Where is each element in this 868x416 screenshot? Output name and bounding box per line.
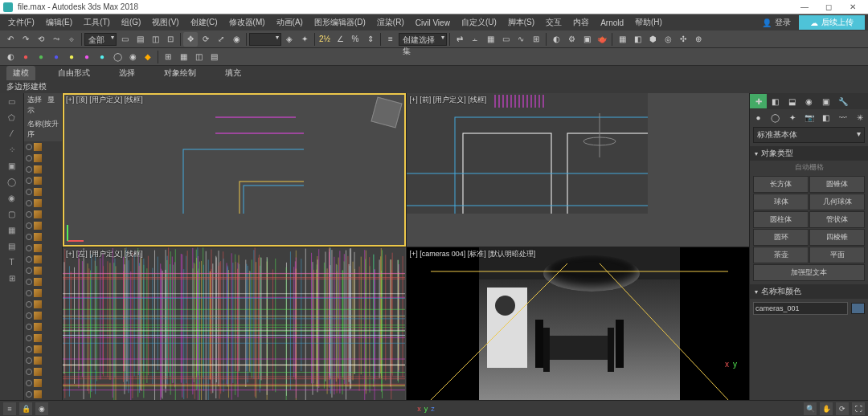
scene-row[interactable] bbox=[24, 186, 62, 198]
viewcube-icon[interactable] bbox=[371, 96, 402, 128]
menu-civilview[interactable]: Civil View bbox=[411, 17, 455, 29]
visibility-icon[interactable] bbox=[26, 369, 32, 375]
scene-row[interactable] bbox=[24, 389, 62, 400]
placement-button[interactable]: ◉ bbox=[229, 32, 244, 47]
mirror-button[interactable]: ⇄ bbox=[452, 32, 467, 47]
misc-tool-1[interactable]: ⬢ bbox=[645, 32, 660, 47]
render-setup-button[interactable]: ⚙ bbox=[564, 32, 579, 47]
scene-row[interactable] bbox=[24, 220, 62, 231]
motion-tab[interactable]: ◉ bbox=[800, 94, 817, 108]
minimize-button[interactable]: — bbox=[792, 1, 817, 14]
autogrid-checkbox[interactable]: 自动栅格 bbox=[750, 161, 868, 174]
visibility-icon[interactable] bbox=[26, 234, 32, 240]
visibility-icon[interactable] bbox=[26, 290, 32, 296]
align-button[interactable]: ⫠ bbox=[468, 32, 482, 47]
lt-select-icon[interactable]: ▭ bbox=[2, 94, 22, 108]
visibility-icon[interactable] bbox=[26, 256, 32, 263]
material-editor-button[interactable]: ◐ bbox=[549, 32, 563, 47]
zoom-button[interactable]: 🔍 bbox=[804, 402, 817, 415]
tb2-10[interactable]: ◆ bbox=[141, 50, 155, 64]
lt-grid-icon[interactable]: ▦ bbox=[2, 222, 22, 237]
viewport-front[interactable]: [+] [前] [用户定义] [线框] bbox=[407, 93, 750, 247]
isolate-button[interactable]: ◉ bbox=[35, 402, 48, 415]
menu-customize[interactable]: 自定义(U) bbox=[457, 15, 502, 30]
tb2-14[interactable]: ▤ bbox=[207, 50, 221, 64]
misc-tool-4[interactable]: ⊕ bbox=[691, 32, 706, 47]
select-button[interactable]: ▭ bbox=[117, 32, 132, 47]
lt-layer-icon[interactable]: ▤ bbox=[2, 239, 22, 253]
scene-row[interactable] bbox=[24, 141, 62, 153]
spinner-snap-button[interactable]: ⇕ bbox=[363, 32, 378, 47]
percent-snap-button[interactable]: % bbox=[348, 32, 362, 47]
menu-interactive[interactable]: 交互 bbox=[541, 15, 567, 30]
select-manip-button[interactable]: ✦ bbox=[297, 32, 312, 47]
visibility-icon[interactable] bbox=[26, 301, 32, 308]
torus-button[interactable]: 圆环 bbox=[753, 229, 809, 246]
sphere-button[interactable]: 球体 bbox=[753, 194, 809, 210]
tb2-3[interactable]: ● bbox=[34, 50, 48, 64]
bind-button[interactable]: ⟐ bbox=[64, 32, 79, 47]
helpers-tab[interactable]: ◧ bbox=[817, 110, 834, 124]
scene-explorer-header[interactable]: 选择 显示 bbox=[24, 93, 62, 117]
scene-row[interactable] bbox=[24, 254, 62, 265]
window-crossing-button[interactable]: ⊡ bbox=[163, 32, 178, 47]
visibility-icon[interactable] bbox=[26, 200, 32, 206]
lt-misc-icon[interactable]: ⊞ bbox=[2, 271, 22, 285]
selection-filter-dropdown[interactable]: 全部 bbox=[84, 33, 117, 46]
viewport-top-label[interactable]: [+] [顶] [用户定义] [线框] bbox=[66, 95, 143, 105]
cameras-tab[interactable]: 📷 bbox=[800, 110, 817, 124]
category-dropdown[interactable]: 标准基本体 bbox=[753, 127, 865, 143]
visibility-icon[interactable] bbox=[26, 144, 32, 150]
named-sel-dropdown[interactable]: 创建选择集 bbox=[399, 33, 447, 46]
layers-button[interactable]: ▦ bbox=[483, 32, 497, 47]
pan-button[interactable]: ✋ bbox=[820, 402, 833, 415]
pivot-button[interactable]: ◈ bbox=[282, 32, 297, 47]
scene-row[interactable] bbox=[24, 332, 62, 344]
ribbon-tab-selection[interactable]: 选择 bbox=[113, 66, 141, 80]
menu-group[interactable]: 组(G) bbox=[117, 15, 145, 30]
toggle-ribbon-button[interactable]: ▭ bbox=[498, 32, 513, 47]
viewport-top[interactable]: [+] [顶] [用户定义] [线框] bbox=[63, 93, 406, 247]
scene-row[interactable] bbox=[24, 198, 62, 209]
tb2-2[interactable]: ● bbox=[18, 50, 33, 64]
menu-rendering[interactable]: 渲染(R) bbox=[372, 15, 409, 30]
tb2-1[interactable]: ◐ bbox=[3, 50, 18, 64]
visibility-icon[interactable] bbox=[26, 357, 32, 364]
tb2-8[interactable]: ◯ bbox=[110, 50, 125, 64]
visibility-icon[interactable] bbox=[26, 155, 32, 161]
login-button[interactable]: 👤 登录 bbox=[755, 15, 797, 30]
tube-button[interactable]: 管状体 bbox=[809, 211, 865, 228]
cylinder-button[interactable]: 圆柱体 bbox=[753, 211, 809, 228]
systems-tab[interactable]: ✳ bbox=[851, 110, 868, 124]
textplus-button[interactable]: 加强型文本 bbox=[753, 264, 865, 281]
snap-toggle-button[interactable]: 2½ bbox=[317, 32, 332, 47]
visibility-icon[interactable] bbox=[26, 391, 32, 398]
lt-text-icon[interactable]: T bbox=[2, 255, 22, 269]
vfb-button[interactable]: ▦ bbox=[615, 32, 629, 47]
modify-tab[interactable]: ◧ bbox=[767, 94, 784, 108]
tb2-13[interactable]: ◫ bbox=[191, 50, 206, 64]
visibility-icon[interactable] bbox=[26, 211, 32, 218]
misc-tool-3[interactable]: ✣ bbox=[676, 32, 690, 47]
menu-views[interactable]: 视图(V) bbox=[147, 15, 183, 30]
lt-poly-icon[interactable]: ⬠ bbox=[2, 110, 22, 124]
tb2-12[interactable]: ▦ bbox=[176, 50, 190, 64]
lock-button[interactable]: 🔒 bbox=[19, 402, 32, 415]
viewport-camera-label[interactable]: [+] [cameras 004] [标准] [默认明暗处理] bbox=[410, 249, 536, 259]
menu-edit[interactable]: 编辑(E) bbox=[41, 15, 77, 30]
cone-button[interactable]: 圆锥体 bbox=[809, 176, 865, 193]
scene-row[interactable] bbox=[24, 164, 62, 175]
close-button[interactable]: ✕ bbox=[841, 1, 865, 14]
scene-row[interactable] bbox=[24, 355, 62, 366]
display-tab[interactable]: ▣ bbox=[817, 94, 834, 108]
ribbon-tab-modeling[interactable]: 建模 bbox=[6, 66, 35, 80]
tb2-11[interactable]: ⊞ bbox=[161, 50, 175, 64]
scene-row[interactable] bbox=[24, 310, 62, 321]
lt-vertex-icon[interactable]: ⁘ bbox=[2, 142, 22, 157]
redo-button[interactable]: ↷ bbox=[18, 32, 33, 47]
ribbon-tab-populate[interactable]: 填充 bbox=[219, 66, 248, 80]
scene-row[interactable] bbox=[24, 299, 62, 310]
scene-row[interactable] bbox=[24, 209, 62, 220]
object-name-input[interactable] bbox=[753, 302, 848, 315]
ribbon-tab-objpaint[interactable]: 对象绘制 bbox=[158, 66, 203, 80]
